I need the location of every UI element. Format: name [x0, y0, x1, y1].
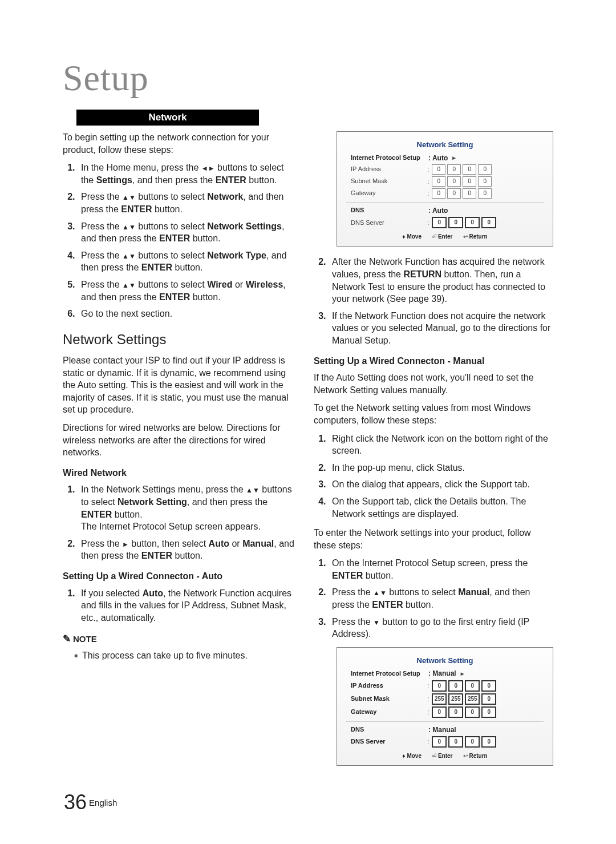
windows-steps: Right click the Network icon on the bott… — [314, 433, 553, 520]
prod-step-3: Press the ▼ button to go to the first en… — [329, 616, 553, 640]
up-down-icon: ♦ — [402, 753, 405, 759]
isp-paragraph: Please contact your ISP to find out if y… — [63, 354, 297, 416]
row-ip: IP Address : 0 0 0 0 — [351, 680, 539, 692]
row-subnet: Subnet Mask : 255 255 255 0 — [351, 693, 539, 705]
note-icon: ✎ — [63, 633, 71, 646]
prod-step-2: Press the ▲▼ buttons to select Manual, a… — [329, 586, 553, 611]
auto-step-2: After the Network Function has acquired … — [329, 256, 553, 305]
auto-steps: If you selected Auto, the Network Functi… — [63, 587, 297, 624]
right-icon: ► — [122, 540, 129, 548]
step-4: Press the ▲▼ buttons to select Network T… — [78, 249, 297, 274]
move-hint: ♦Move — [402, 752, 422, 760]
page-number: 36English — [64, 790, 117, 814]
two-column-layout: To begin setting up the network connecti… — [63, 131, 553, 775]
row-dns: DNS : Manual — [351, 725, 539, 734]
auto-heading: Setting Up a Wired Connecton - Auto — [63, 570, 297, 583]
directions-paragraph: Directions for wired networks are below.… — [63, 422, 297, 459]
win-step-3: On the dialog that appears, click the Su… — [329, 478, 553, 491]
auto-continued-steps: After the Network Function has acquired … — [314, 256, 553, 346]
osd-footer: ♦Move ⏎Enter ↩Return — [351, 752, 539, 760]
enter-hint: ⏎Enter — [432, 233, 453, 241]
up-down-icon: ▲▼ — [122, 281, 136, 289]
ips-mode: : Manual► — [427, 669, 465, 678]
wired-step-2: Press the ► button, then select Auto or … — [78, 538, 297, 562]
return-hint: ↩Return — [463, 752, 488, 760]
manual-heading: Setting Up a Wired Connecton - Manual — [314, 355, 553, 368]
row-ips: Internet Protocol Setup : Auto► — [351, 154, 539, 163]
up-down-icon: ▲▼ — [122, 193, 136, 201]
enter-hint: ⏎Enter — [432, 752, 453, 760]
osd-title: Network Setting — [351, 656, 539, 666]
enter-icon: ⏎ — [432, 753, 436, 759]
step-1: In the Home menu, press the ◄► buttons t… — [78, 161, 297, 186]
chevron-right-icon: ► — [460, 670, 465, 678]
up-down-icon: ▲▼ — [373, 589, 387, 597]
prod-step-1: On the Internet Protocol Setup screen, p… — [329, 557, 553, 581]
left-right-icon: ◄► — [201, 164, 215, 172]
note-item: This process can take up to five minutes… — [74, 649, 297, 662]
manual-page: Setup Network To begin setting up the ne… — [0, 0, 616, 844]
win-step-1: Right click the Network icon on the bott… — [329, 433, 553, 457]
row-subnet: Subnet Mask : 0 0 0 0 — [351, 176, 539, 187]
manual-para3: To enter the Network settings into your … — [314, 527, 553, 551]
wired-steps: In the Network Settings menu, press the … — [63, 483, 297, 562]
row-dns-server: DNS Server : 0 0 0 0 — [351, 217, 539, 228]
down-icon: ▼ — [373, 619, 380, 627]
auto-step-1: If you selected Auto, the Network Functi… — [78, 587, 297, 624]
row-ips: Internet Protocol Setup : Manual► — [351, 669, 539, 678]
auto-step-3: If the Network Function does not acquire… — [329, 310, 553, 347]
section-header-network: Network — [76, 110, 259, 126]
return-hint: ↩Return — [463, 233, 488, 241]
return-icon: ↩ — [463, 753, 468, 759]
win-step-2: In the pop-up menu, click Status. — [329, 462, 553, 474]
note-list: This process can take up to five minutes… — [63, 649, 297, 662]
step-3: Press the ▲▼ buttons to select Network S… — [78, 220, 297, 245]
step-2: Press the ▲▼ buttons to select Network, … — [78, 191, 297, 215]
step-6: Go to the next section. — [78, 308, 297, 320]
enter-icon: ⏎ — [432, 233, 436, 240]
page-title: Setup — [63, 57, 553, 99]
network-settings-heading: Network Settings — [63, 330, 297, 349]
row-dns-server: DNS Server : 0 0 0 0 — [351, 736, 539, 748]
up-down-icon: ♦ — [402, 233, 405, 240]
chevron-right-icon: ► — [451, 154, 457, 162]
osd-title: Network Setting — [351, 140, 539, 150]
ips-mode: : Auto► — [427, 154, 457, 163]
wired-network-heading: Wired Network — [63, 467, 297, 479]
network-setting-panel-manual: Network Setting Internet Protocol Setup … — [337, 647, 553, 766]
move-hint: ♦Move — [402, 233, 422, 241]
main-setup-steps: In the Home menu, press the ◄► buttons t… — [63, 161, 297, 320]
wired-step-1: In the Network Settings menu, press the … — [78, 483, 297, 532]
manual-para2: To get the Network setting values from m… — [314, 402, 553, 426]
step-5: Press the ▲▼ buttons to select Wired or … — [78, 278, 297, 303]
note-label: ✎NOTE — [63, 633, 297, 646]
right-column: Network Setting Internet Protocol Setup … — [314, 131, 553, 775]
up-down-icon: ▲▼ — [246, 486, 260, 494]
manual-para1: If the Auto Setting does not work, you'l… — [314, 371, 553, 396]
up-down-icon: ▲▼ — [122, 223, 136, 231]
network-setting-panel-auto: Network Setting Internet Protocol Setup … — [337, 131, 553, 247]
win-step-4: On the Support tab, click the Details bu… — [329, 495, 553, 520]
up-down-icon: ▲▼ — [122, 252, 136, 260]
row-gateway: Gateway : 0 0 0 0 — [351, 188, 539, 199]
row-gateway: Gateway : 0 0 0 0 — [351, 706, 539, 718]
osd-footer: ♦Move ⏎Enter ↩Return — [351, 233, 539, 241]
manual-product-steps: On the Internet Protocol Setup screen, p… — [314, 557, 553, 640]
intro-text: To begin setting up the network connecti… — [63, 131, 297, 156]
left-column: To begin setting up the network connecti… — [63, 131, 297, 775]
row-dns: DNS : Auto — [351, 206, 539, 215]
return-icon: ↩ — [463, 233, 468, 240]
row-ip: IP Address : 0 0 0 0 — [351, 164, 539, 175]
